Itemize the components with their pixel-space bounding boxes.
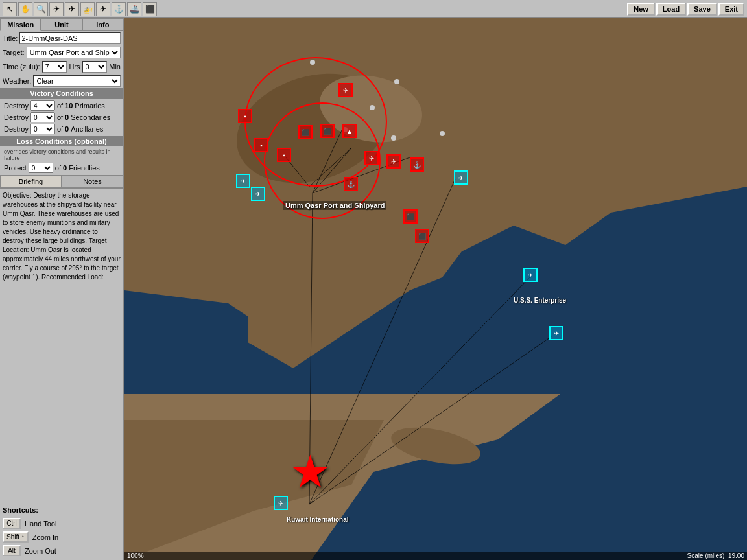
enemy-unit-11[interactable]: ⚓ bbox=[344, 177, 358, 191]
scale-value: 19.00 bbox=[728, 552, 744, 559]
target-star: ★ bbox=[290, 449, 331, 495]
unit-tool1[interactable]: ✈ bbox=[49, 2, 64, 16]
friendly-unit-3[interactable]: ✈ bbox=[454, 170, 468, 185]
hand-tool-label: Hand Tool bbox=[25, 520, 56, 528]
title-input[interactable] bbox=[19, 32, 121, 44]
briefing-tabs: Briefing Notes bbox=[0, 175, 123, 189]
friendly-unit-2[interactable]: ✈ bbox=[251, 187, 265, 201]
enemy-unit-12[interactable]: ⬛ bbox=[403, 209, 418, 224]
weather-row: Weather: Clear Overcast Rain bbox=[0, 74, 123, 88]
zoom-level: 100% bbox=[127, 552, 144, 559]
target-label: Target: bbox=[3, 49, 25, 56]
loss-conditions: overrides victory conditions and results… bbox=[0, 146, 123, 175]
enemy-unit-4[interactable]: ⬛ bbox=[320, 124, 335, 138]
time-min-select[interactable]: 0 bbox=[82, 61, 108, 73]
enemy-unit-1[interactable]: ✈ bbox=[338, 83, 353, 97]
ctrl-key: Ctrl bbox=[3, 518, 21, 529]
hand-tool[interactable]: ✋ bbox=[18, 2, 32, 16]
enemy-unit-9[interactable]: ✈ bbox=[386, 154, 401, 169]
shortcuts-title: Shortcuts: bbox=[3, 505, 121, 517]
lc-of: of bbox=[55, 164, 61, 172]
title-label: Title: bbox=[3, 34, 18, 42]
enterprise-unit[interactable]: ✈ bbox=[523, 268, 538, 282]
unit-tool6[interactable]: 🚢 bbox=[127, 2, 141, 16]
loss-header: Loss Conditions (optional) bbox=[0, 136, 123, 146]
shortcut-hand-tool: Ctrl Hand Tool bbox=[3, 517, 121, 530]
zoom-tool[interactable]: 🔍 bbox=[34, 2, 48, 16]
vc-ancillaries-select[interactable]: 0 bbox=[30, 124, 55, 134]
scale-info: Scale (miles) 19.00 bbox=[687, 552, 744, 559]
save-button[interactable]: Save bbox=[687, 3, 717, 16]
tab-mission[interactable]: Mission bbox=[0, 18, 41, 31]
vc-secondaries-count: 0 bbox=[65, 113, 69, 121]
tab-unit[interactable]: Unit bbox=[41, 18, 82, 31]
enemy-unit-10[interactable]: ⚓ bbox=[410, 158, 424, 172]
vc-row-primaries: Destroy 4 of 10 Primaries bbox=[1, 100, 122, 111]
target-select[interactable]: Umm Qasr Port and Ship bbox=[27, 47, 121, 58]
unit-tool2[interactable]: ✈ bbox=[65, 2, 79, 16]
lc-row-friendlies: Protect 0 of 0 Friendlies bbox=[1, 162, 122, 174]
vc-destroy-label-2: Destroy bbox=[4, 113, 29, 121]
vc-destroy-label-1: Destroy bbox=[4, 102, 29, 110]
new-button[interactable]: New bbox=[627, 3, 655, 16]
vc-secondaries-select[interactable]: 0 bbox=[30, 112, 55, 122]
kuwait-airport-unit[interactable]: ✈ bbox=[274, 496, 288, 510]
shortcut-zoom-in: Shift ↑ Zoom In bbox=[3, 530, 121, 544]
scale-label: Scale (miles) bbox=[687, 552, 725, 559]
vc-of-2: of bbox=[57, 113, 63, 121]
lc-friendlies-count: 0 bbox=[63, 164, 67, 172]
weather-label: Weather: bbox=[3, 77, 31, 85]
load-button[interactable]: Load bbox=[656, 3, 686, 16]
vc-of-3: of bbox=[57, 125, 63, 133]
vc-primaries-label: Primaries bbox=[75, 102, 104, 110]
shortcuts-section: Shortcuts: Ctrl Hand Tool Shift ↑ Zoom I… bbox=[0, 502, 123, 560]
friendly-unit-1[interactable]: ✈ bbox=[236, 174, 250, 188]
vc-secondaries-label: Secondaries bbox=[71, 113, 110, 121]
unit-tool4[interactable]: ✈ bbox=[96, 2, 110, 16]
time-hrs-select[interactable]: 7 bbox=[42, 61, 67, 73]
enemy-unit-8[interactable]: ✈ bbox=[364, 151, 379, 165]
time-row: Time (zulu): 7 Hrs 0 Min bbox=[0, 60, 123, 74]
vc-of-1: of bbox=[57, 102, 63, 110]
toolbar: ↖ ✋ 🔍 ✈ ✈ 🚁 ✈ ⚓ 🚢 ⬛ New Load Save Exit bbox=[0, 0, 747, 18]
enterprise-label: U.S.S. Enterprise bbox=[514, 297, 566, 304]
left-panel: Mission Unit Info Title: Target: Umm Qas… bbox=[0, 18, 124, 560]
enemy-unit-6[interactable]: ▪ bbox=[254, 138, 268, 152]
map-area[interactable]: ✈ ▪ ⬛ ⬛ ▲ ▪ ▪ ✈ ✈ ⚓ ⚓ ⬛ ⬛ ✈ ✈ ✈ ✈ ✈ ✈ Um… bbox=[124, 18, 747, 560]
vc-destroy-label-3: Destroy bbox=[4, 125, 29, 133]
enemy-unit-3[interactable]: ⬛ bbox=[298, 125, 313, 139]
vc-primaries-count: 10 bbox=[65, 102, 73, 110]
shortcut-zoom-out: Alt Zoom Out bbox=[3, 544, 121, 557]
victory-conditions: Destroy 4 of 10 Primaries Destroy 0 of 0… bbox=[0, 99, 123, 136]
shipyard-label: Umm Qasr Port and Shipyard bbox=[283, 201, 386, 210]
weather-select[interactable]: Clear Overcast Rain bbox=[33, 75, 121, 87]
enemy-unit-2[interactable]: ▪ bbox=[238, 109, 252, 123]
select-tool[interactable]: ↖ bbox=[3, 2, 17, 16]
min-label: Min bbox=[109, 63, 121, 71]
hrs-label: Hrs bbox=[69, 63, 80, 71]
vc-ancillaries-count: 0 bbox=[65, 125, 69, 133]
unit-tool3[interactable]: 🚁 bbox=[80, 2, 95, 16]
unit-tool5[interactable]: ⚓ bbox=[112, 2, 126, 16]
lc-friendlies-select[interactable]: 0 bbox=[29, 163, 53, 173]
zoom-in-label: Zoom In bbox=[32, 533, 58, 541]
vc-primaries-select[interactable]: 4 bbox=[30, 100, 55, 111]
lc-protect-label: Protect bbox=[4, 164, 27, 172]
exit-button[interactable]: Exit bbox=[718, 3, 744, 16]
enemy-unit-13[interactable]: ⬛ bbox=[415, 229, 429, 243]
tab-info[interactable]: Info bbox=[82, 18, 123, 31]
title-row: Title: bbox=[0, 31, 123, 45]
vc-row-ancillaries: Destroy 0 of 0 Ancillaries bbox=[1, 123, 122, 135]
shift-key: Shift ↑ bbox=[3, 531, 29, 542]
enemy-unit-7[interactable]: ▪ bbox=[277, 148, 291, 162]
map-canvas bbox=[124, 18, 747, 560]
lc-friendlies-label: Friendlies bbox=[69, 164, 100, 172]
unit-tool7[interactable]: ⬛ bbox=[143, 2, 157, 16]
enemy-unit-5[interactable]: ▲ bbox=[342, 124, 357, 138]
airport-label: Kuwait International bbox=[287, 516, 349, 523]
aircraft-unit-2[interactable]: ✈ bbox=[549, 326, 563, 340]
tab-briefing[interactable]: Briefing bbox=[0, 175, 62, 188]
map-status-bar: 100% Scale (miles) 19.00 bbox=[124, 552, 747, 560]
tab-notes[interactable]: Notes bbox=[62, 175, 123, 188]
vc-row-secondaries: Destroy 0 of 0 Secondaries bbox=[1, 111, 122, 123]
